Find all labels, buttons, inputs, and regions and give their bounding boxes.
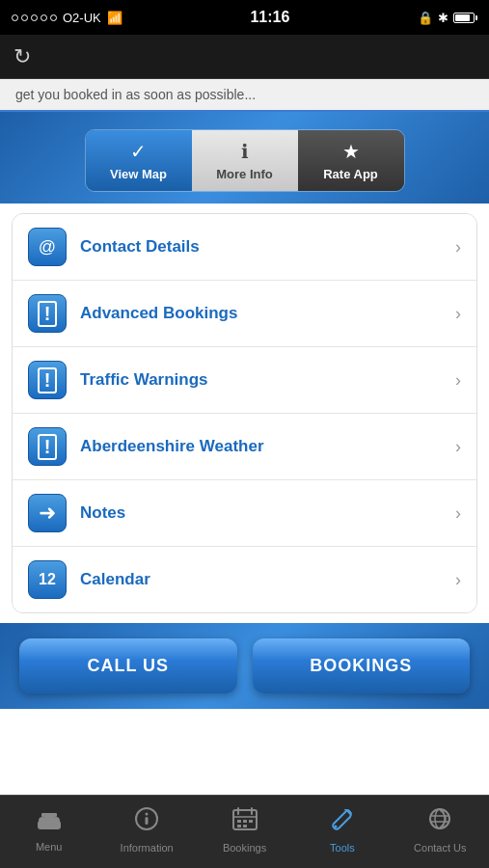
contact-us-tab-icon	[426, 806, 453, 838]
header-bar: ↻	[0, 35, 489, 79]
tools-tab-icon	[329, 806, 356, 838]
menu-item-aberdeenshire-weather[interactable]: ! Aberdeenshire Weather ›	[13, 414, 476, 480]
aberdeenshire-weather-label: Aberdeenshire Weather	[80, 437, 442, 456]
chevron-right-icon: ›	[455, 237, 461, 258]
tab-bar: Menu Information Booki	[0, 795, 489, 868]
notes-icon: ➜	[39, 501, 56, 526]
tab-more-info-label: More Info	[216, 167, 273, 181]
signal-dot-3	[31, 14, 38, 21]
tab-rate-app[interactable]: ★ Rate App	[298, 130, 404, 191]
svg-rect-12	[237, 820, 241, 823]
star-icon: ★	[342, 140, 360, 163]
signal-dot-4	[41, 14, 47, 21]
information-tab-icon	[134, 806, 159, 838]
advanced-bookings-icon-box: !	[28, 294, 67, 333]
tab-bar-contact-us[interactable]: Contact Us	[392, 796, 489, 868]
menu-tab-icon	[36, 807, 63, 837]
menu-item-calendar[interactable]: 12 Calendar ›	[13, 547, 476, 612]
signal-dot-5	[50, 14, 57, 21]
calendar-label: Calendar	[80, 570, 442, 589]
bluetooth-icon: ✱	[438, 11, 448, 25]
weather-icon-box: !	[28, 427, 67, 466]
tab-more-info[interactable]: ℹ More Info	[192, 130, 298, 191]
notes-label: Notes	[80, 503, 442, 523]
battery-icon	[453, 13, 477, 23]
tab-view-map-label: View Map	[110, 167, 167, 181]
tab-bar-tools[interactable]: Tools	[293, 796, 391, 868]
tab-view-map[interactable]: ✓ View Map	[86, 130, 192, 191]
svg-rect-15	[237, 825, 241, 827]
info-icon: ℹ	[241, 140, 249, 163]
lock-icon: 🔒	[418, 11, 433, 25]
svg-rect-16	[243, 825, 247, 827]
svg-point-17	[334, 826, 337, 828]
traffic-warnings-icon-box: !	[28, 361, 67, 399]
signal-dot-2	[21, 14, 28, 21]
chevron-right-icon: ›	[455, 304, 461, 324]
contact-us-tab-label: Contact Us	[414, 842, 466, 854]
tab-rate-app-label: Rate App	[323, 167, 378, 181]
menu-item-traffic-warnings[interactable]: ! Traffic Warnings ›	[13, 347, 476, 414]
svg-point-18	[430, 809, 449, 828]
svg-point-6	[146, 813, 149, 816]
contact-details-label: Contact Details	[80, 237, 442, 257]
wifi-icon: 📶	[107, 11, 122, 25]
contact-details-icon-box: @	[28, 228, 67, 266]
chevron-right-icon: ›	[455, 437, 461, 457]
notes-icon-box: ➜	[28, 494, 67, 532]
menu-item-contact-details[interactable]: @ Contact Details ›	[13, 214, 476, 281]
status-bar: O2-UK 📶 11:16 🔒 ✱	[0, 0, 489, 35]
calendar-icon: 12	[39, 571, 56, 588]
chevron-right-icon: ›	[455, 370, 461, 391]
scroll-text-area: get you booked in as soon as possible...	[0, 79, 489, 112]
weather-icon: !	[38, 434, 58, 460]
warning-icon: !	[38, 367, 58, 393]
tools-tab-label: Tools	[330, 842, 355, 854]
bookings-tab-label: Bookings	[223, 842, 266, 854]
signal-dots	[12, 14, 57, 21]
chevron-right-icon: ›	[455, 503, 461, 524]
signal-dot-1	[12, 14, 18, 21]
menu-tab-label: Menu	[36, 841, 63, 853]
bookings-tab-icon	[231, 806, 258, 838]
action-buttons-area: CALL US BOOKINGS	[0, 623, 489, 709]
svg-rect-14	[249, 820, 253, 823]
clock: 11:16	[250, 9, 289, 26]
tab-bar-menu[interactable]: Menu	[0, 796, 97, 868]
tab-bar-bookings[interactable]: Bookings	[196, 796, 293, 868]
advanced-bookings-label: Advanced Bookings	[80, 304, 442, 323]
svg-rect-7	[146, 817, 149, 825]
banner-area: ✓ View Map ℹ More Info ★ Rate App	[0, 112, 489, 203]
refresh-icon[interactable]: ↻	[14, 44, 31, 69]
calendar-icon-box: 12	[28, 560, 67, 599]
svg-rect-4	[41, 813, 57, 817]
tab-bar-information[interactable]: Information	[97, 796, 195, 868]
svg-point-19	[435, 809, 445, 828]
exclamation-icon: !	[38, 301, 58, 327]
information-tab-label: Information	[121, 842, 174, 854]
chevron-right-icon: ›	[455, 570, 461, 590]
scroll-text: get you booked in as soon as possible...	[15, 87, 256, 102]
status-left: O2-UK 📶	[12, 11, 122, 25]
carrier-label: O2-UK	[63, 11, 101, 25]
status-right: 🔒 ✱	[418, 11, 477, 25]
menu-list: @ Contact Details › ! Advanced Bookings …	[12, 213, 477, 613]
checkmark-icon: ✓	[130, 140, 147, 163]
at-icon: @	[39, 237, 56, 258]
tab-group: ✓ View Map ℹ More Info ★ Rate App	[85, 129, 405, 192]
traffic-warnings-label: Traffic Warnings	[80, 370, 442, 390]
svg-rect-13	[243, 820, 247, 823]
bookings-button[interactable]: BOOKINGS	[253, 638, 471, 693]
call-us-button[interactable]: CALL US	[19, 638, 237, 693]
menu-item-notes[interactable]: ➜ Notes ›	[13, 480, 476, 547]
menu-item-advanced-bookings[interactable]: ! Advanced Bookings ›	[13, 281, 476, 347]
